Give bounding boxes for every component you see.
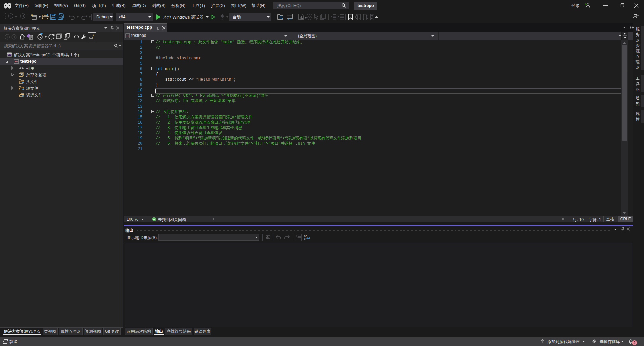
- svg-text:c: c: [304, 237, 306, 240]
